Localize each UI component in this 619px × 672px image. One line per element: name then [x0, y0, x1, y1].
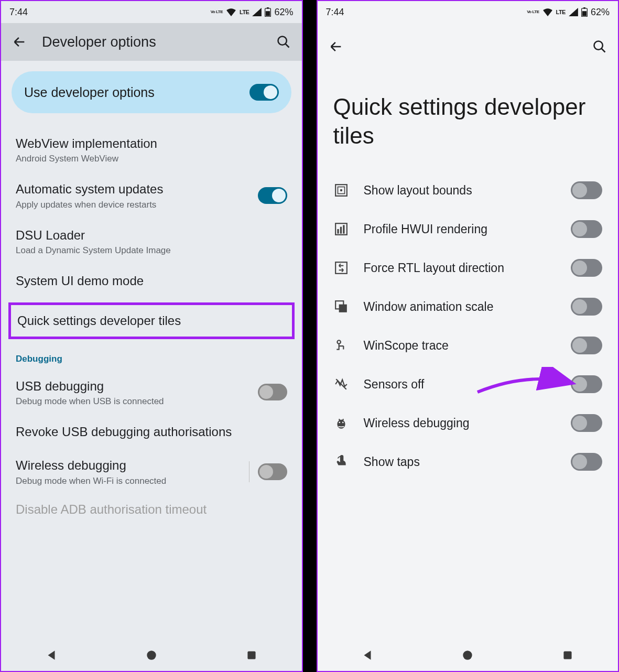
svg-point-9 [594, 41, 603, 50]
profile-hwui-icon [333, 221, 349, 237]
svg-point-21 [337, 420, 345, 429]
app-bar [318, 23, 618, 61]
status-time: 7:44 [9, 7, 28, 18]
tile-label: Wireless debugging [364, 416, 557, 430]
svg-point-12 [340, 189, 342, 191]
setting-subtitle: Load a Dynamic System Update Image [16, 245, 287, 256]
svg-point-20 [337, 340, 341, 344]
setting-usb-debugging[interactable]: USB debugging Debug mode when USB is con… [1, 370, 302, 415]
svg-rect-7 [583, 7, 585, 9]
setting-revoke-usb[interactable]: Revoke USB debugging authorisations [1, 415, 302, 449]
setting-title: System UI demo mode [16, 273, 287, 289]
force-rtl-icon [333, 260, 349, 276]
phone-screenshot-left: 7:44 Vo LTE LTE 62% Developer options Us… [0, 0, 303, 672]
tile-row-layout-bounds[interactable]: Show layout bounds [318, 171, 618, 210]
status-bar: 7:44 Vo LTE LTE 62% [1, 1, 302, 23]
battery-percent: 62% [591, 7, 610, 18]
window-anim-icon [333, 299, 349, 315]
tile-switch[interactable] [571, 453, 602, 471]
tile-switch[interactable] [571, 181, 602, 199]
tile-row-window-anim[interactable]: Window animation scale [318, 287, 618, 326]
tile-label: Window animation scale [364, 300, 557, 314]
back-button[interactable] [328, 39, 344, 55]
svg-rect-19 [339, 305, 346, 312]
svg-rect-8 [582, 11, 587, 16]
nav-recents-button[interactable] [245, 648, 258, 662]
tile-row-profile-hwui[interactable]: Profile HWUI rendering [318, 210, 618, 248]
svg-rect-16 [343, 225, 344, 233]
setting-title: Automatic system updates [16, 181, 249, 198]
tile-switch[interactable] [571, 220, 602, 238]
tile-switch[interactable] [571, 414, 602, 432]
svg-rect-17 [335, 262, 347, 274]
search-icon [592, 39, 607, 54]
page-title: Quick settings developer tiles [318, 61, 618, 171]
tile-row-winscope[interactable]: WinScope trace [318, 326, 618, 365]
phone-screenshot-right: 7:44 Vo LTE LTE 62% Quick settings devel… [317, 0, 620, 672]
master-toggle-row[interactable]: Use developer options [12, 71, 291, 113]
svg-point-22 [339, 422, 340, 424]
tile-switch[interactable] [571, 259, 602, 277]
battery-icon [265, 7, 271, 17]
tile-label: Show layout bounds [364, 183, 557, 198]
tile-label: Show taps [364, 455, 557, 469]
setting-title: WebView implementation [16, 135, 287, 152]
battery-icon [581, 7, 588, 17]
setting-system-ui-demo[interactable]: System UI demo mode [1, 264, 302, 298]
setting-dsu-loader[interactable]: DSU Loader Load a Dynamic System Update … [1, 219, 302, 264]
status-time: 7:44 [326, 7, 344, 18]
nav-home-button[interactable] [145, 648, 158, 662]
tile-label: Sensors off [364, 377, 557, 392]
auto-updates-switch[interactable] [258, 187, 287, 204]
svg-rect-14 [337, 229, 339, 234]
svg-point-23 [342, 422, 343, 424]
usb-debugging-switch[interactable] [258, 384, 287, 400]
svg-point-24 [463, 651, 472, 659]
nav-home-button[interactable] [461, 648, 474, 662]
search-button[interactable] [276, 34, 291, 50]
wireless-debug-icon [333, 415, 349, 431]
section-debugging: Debugging [1, 343, 302, 370]
tile-label: Force RTL layout direction [364, 261, 557, 275]
nav-back-button[interactable] [45, 648, 58, 662]
search-icon [276, 35, 291, 49]
status-bar: 7:44 Vo LTE LTE 62% [318, 1, 618, 23]
status-indicators: Vo LTE LTE 62% [527, 7, 610, 18]
divider [249, 461, 249, 482]
highlighted-setting[interactable]: Quick settings developer tiles [8, 302, 295, 339]
svg-rect-2 [266, 11, 270, 16]
lte-label: LTE [240, 9, 249, 15]
tile-switch[interactable] [571, 375, 602, 393]
setting-subtitle: Apply updates when device restarts [16, 200, 249, 210]
show-taps-icon [333, 454, 349, 470]
setting-title: Revoke USB debugging authorisations [16, 424, 287, 440]
master-toggle-switch[interactable] [249, 84, 279, 101]
tile-row-sensors-off[interactable]: Sensors off [318, 365, 618, 404]
wireless-debugging-switch[interactable] [258, 463, 287, 480]
tile-row-force-rtl[interactable]: Force RTL layout direction [318, 248, 618, 287]
back-arrow-icon [329, 39, 343, 54]
nav-recents-button[interactable] [561, 648, 574, 662]
nav-back-button[interactable] [361, 648, 374, 662]
tile-switch[interactable] [571, 337, 602, 354]
status-indicators: Vo LTE LTE 62% [211, 7, 294, 18]
page-title: Developer options [42, 34, 261, 50]
tile-label: Profile HWUI rendering [364, 222, 557, 236]
tile-row-wireless-debug[interactable]: Wireless debugging [318, 404, 618, 442]
setting-disable-adb-timeout[interactable]: Disable ADB authorisation timeout [1, 495, 302, 517]
tile-row-show-taps[interactable]: Show taps [318, 442, 618, 481]
setting-title: Wireless debugging [16, 457, 241, 474]
wifi-icon [542, 8, 553, 16]
tile-switch[interactable] [571, 298, 602, 316]
setting-webview[interactable]: WebView implementation Android System We… [1, 127, 302, 172]
winscope-icon [333, 338, 349, 353]
setting-title: Quick settings developer tiles [17, 313, 286, 328]
svg-rect-5 [247, 651, 255, 659]
setting-wireless-debugging[interactable]: Wireless debugging Debug mode when Wi-Fi… [1, 449, 302, 494]
svg-rect-25 [564, 651, 572, 659]
setting-auto-updates[interactable]: Automatic system updates Apply updates w… [1, 172, 302, 218]
back-button[interactable] [12, 34, 27, 50]
screenshot-divider [303, 0, 317, 672]
signal-icon [569, 8, 578, 16]
search-button[interactable] [592, 39, 607, 55]
